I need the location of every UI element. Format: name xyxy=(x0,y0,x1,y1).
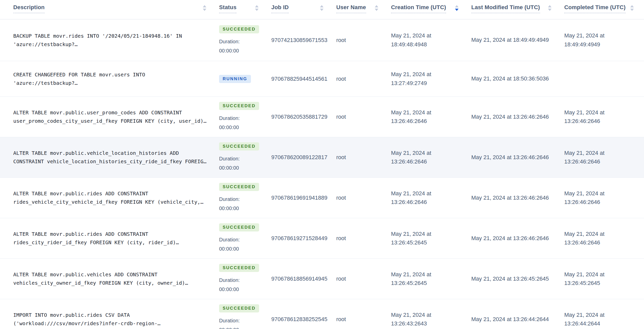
description-cell: ALTER TABLE movr.public.rides ADD CONSTR… xyxy=(0,178,217,218)
creation-time-value: May 21, 2024 at 13:26:46:2646 xyxy=(391,189,431,207)
last-modified-time-value: May 21, 2024 at 18:49:49:4949 xyxy=(471,36,549,44)
status-badge: SUCCEEDED xyxy=(219,25,259,33)
sort-icon-active-desc[interactable] xyxy=(455,5,459,11)
description-cell: CREATE CHANGEFEED FOR TABLE movr.users I… xyxy=(0,61,217,97)
job-id-value: 970678620535881729 xyxy=(271,114,327,120)
sort-icon[interactable] xyxy=(375,5,378,11)
job-duration: Duration: 00:00:00 xyxy=(219,276,240,294)
completed-time-cell: May 21, 2024 at 13:26:45:2645 xyxy=(562,259,644,299)
column-header-label: Last Modified Time (UTC) xyxy=(471,4,540,13)
job-id-value: 970742130859671553 xyxy=(271,37,327,44)
creation-time-value: May 21, 2024 at 18:49:48:4948 xyxy=(391,31,431,49)
column-header-user-name[interactable]: User Name xyxy=(334,4,388,13)
completed-time-value: May 21, 2024 at 13:26:45:2645 xyxy=(564,270,605,287)
last-modified-time-value: May 21, 2024 at 13:26:46:2646 xyxy=(471,234,549,243)
user-name-cell: root xyxy=(334,137,388,177)
last-modified-time-cell: May 21, 2024 at 13:26:45:2645 xyxy=(469,259,562,299)
status-cell: SUCCEEDED Duration: 00:00:00 xyxy=(217,19,269,61)
column-header-description[interactable]: Description xyxy=(0,4,217,13)
completed-time-value: May 21, 2024 at 13:26:46:2646 xyxy=(564,230,605,247)
completed-time-value: May 21, 2024 at 13:26:46:2646 xyxy=(564,108,605,126)
user-name-cell: root xyxy=(334,61,388,97)
creation-time-value: May 21, 2024 at 13:27:49:2749 xyxy=(391,70,431,87)
job-description-link[interactable]: BACKUP TABLE movr.rides INTO '/2024/05/2… xyxy=(13,32,182,49)
status-badge: SUCCEEDED xyxy=(219,223,259,231)
description-cell: ALTER TABLE movr.public.vehicles ADD CON… xyxy=(0,259,217,299)
job-id-value: 970678612838252545 xyxy=(271,316,327,323)
job-description-link[interactable]: ALTER TABLE movr.public.rides ADD CONSTR… xyxy=(13,230,179,247)
column-header-label: Completed Time (UTC) xyxy=(564,4,626,13)
job-duration: Duration: 00:00:00 xyxy=(219,316,240,329)
status-cell: SUCCEEDED Duration: 00:00:00 xyxy=(217,218,269,258)
column-header-creation-time[interactable]: Creation Time (UTC) xyxy=(388,4,469,13)
completed-time-value: May 21, 2024 at 13:26:44:2644 xyxy=(564,311,605,328)
last-modified-time-value: May 21, 2024 at 13:26:44:2644 xyxy=(471,315,549,324)
creation-time-value: May 21, 2024 at 13:26:43:2643 xyxy=(391,311,431,328)
job-id-value: 970678618856914945 xyxy=(271,276,327,282)
column-header-label: User Name xyxy=(336,4,366,13)
sort-icon[interactable] xyxy=(255,5,259,11)
user-name-cell: root xyxy=(334,218,388,258)
status-badge: SUCCEEDED xyxy=(219,183,259,191)
last-modified-time-cell: May 21, 2024 at 13:26:46:2646 xyxy=(469,218,562,258)
job-description-link[interactable]: ALTER TABLE movr.public.vehicle_location… xyxy=(13,149,207,166)
job-description-link[interactable]: ALTER TABLE movr.public.user_promo_codes… xyxy=(13,108,207,125)
job-description-link[interactable]: CREATE CHANGEFEED FOR TABLE movr.users I… xyxy=(13,71,145,87)
column-header-status[interactable]: Status xyxy=(217,4,269,13)
sort-icon[interactable] xyxy=(630,5,634,11)
status-badge: SUCCEEDED xyxy=(219,102,259,110)
table-row[interactable]: IMPORT INTO movr.public.rides CSV DATA (… xyxy=(0,299,644,329)
user-name-value: root xyxy=(336,316,346,323)
user-name-cell: root xyxy=(334,97,388,137)
jobs-table: Description Status Job ID User Name Crea… xyxy=(0,0,644,329)
completed-time-value: May 21, 2024 at 13:26:46:2646 xyxy=(564,149,605,166)
completed-time-cell: May 21, 2024 at 13:26:46:2646 xyxy=(562,137,644,177)
table-header-row: Description Status Job ID User Name Crea… xyxy=(0,0,644,19)
user-name-cell: root xyxy=(334,178,388,218)
job-description-link[interactable]: ALTER TABLE movr.public.vehicles ADD CON… xyxy=(13,270,188,287)
creation-time-cell: May 21, 2024 at 13:26:46:2646 xyxy=(388,137,469,177)
job-duration: Duration: 00:00:00 xyxy=(219,235,240,253)
table-row[interactable]: ALTER TABLE movr.public.vehicle_location… xyxy=(0,137,644,178)
column-header-label: Job ID xyxy=(271,4,289,13)
description-cell: IMPORT INTO movr.public.rides CSV DATA (… xyxy=(0,299,217,329)
job-description-link[interactable]: IMPORT INTO movr.public.rides CSV DATA (… xyxy=(13,311,160,328)
creation-time-value: May 21, 2024 at 13:26:45:2645 xyxy=(391,230,431,247)
table-row[interactable]: ALTER TABLE movr.public.rides ADD CONSTR… xyxy=(0,178,644,218)
creation-time-value: May 21, 2024 at 13:26:46:2646 xyxy=(391,108,431,126)
table-row[interactable]: BACKUP TABLE movr.rides INTO '/2024/05/2… xyxy=(0,19,644,61)
status-badge: SUCCEEDED xyxy=(219,142,259,150)
table-row[interactable]: ALTER TABLE movr.public.rides ADD CONSTR… xyxy=(0,218,644,259)
status-cell: SUCCEEDED Duration: 00:00:00 xyxy=(217,299,269,329)
user-name-cell: root xyxy=(334,259,388,299)
user-name-value: root xyxy=(336,154,346,161)
job-id-cell: 970678619691941889 xyxy=(269,178,334,218)
column-header-completed-time[interactable]: Completed Time (UTC) xyxy=(562,4,644,13)
job-id-cell: 970678618856914945 xyxy=(269,259,334,299)
user-name-value: root xyxy=(336,276,346,282)
status-cell: SUCCEEDED Duration: 00:00:00 xyxy=(217,137,269,177)
creation-time-value: May 21, 2024 at 13:26:45:2645 xyxy=(391,270,431,287)
table-row[interactable]: ALTER TABLE movr.public.vehicles ADD CON… xyxy=(0,259,644,299)
last-modified-time-value: May 21, 2024 at 13:26:45:2645 xyxy=(471,275,549,283)
status-cell: SUCCEEDED Duration: 00:00:00 xyxy=(217,178,269,218)
creation-time-cell: May 21, 2024 at 13:26:45:2645 xyxy=(388,259,469,299)
creation-time-cell: May 21, 2024 at 13:26:46:2646 xyxy=(388,178,469,218)
sort-icon[interactable] xyxy=(203,5,206,11)
column-header-last-modified-time[interactable]: Last Modified Time (UTC) xyxy=(469,4,562,13)
sort-icon[interactable] xyxy=(548,5,552,11)
column-header-job-id[interactable]: Job ID xyxy=(269,4,334,13)
table-row[interactable]: ALTER TABLE movr.public.user_promo_codes… xyxy=(0,97,644,137)
user-name-cell: root xyxy=(334,299,388,329)
status-badge: SUCCEEDED xyxy=(219,264,259,272)
status-cell: SUCCEEDED Duration: 00:00:00 xyxy=(217,97,269,137)
completed-time-cell: May 21, 2024 at 18:49:49:4949 xyxy=(562,19,644,61)
sort-icon[interactable] xyxy=(320,5,324,11)
job-description-link[interactable]: ALTER TABLE movr.public.rides ADD CONSTR… xyxy=(13,189,204,206)
creation-time-cell: May 21, 2024 at 13:26:45:2645 xyxy=(388,218,469,258)
table-row[interactable]: CREATE CHANGEFEED FOR TABLE movr.users I… xyxy=(0,61,644,97)
column-header-label: Description xyxy=(13,4,45,13)
job-id-value: 970678619691941889 xyxy=(271,195,327,201)
completed-time-cell: May 21, 2024 at 13:26:44:2644 xyxy=(562,299,644,329)
user-name-value: root xyxy=(336,235,346,242)
